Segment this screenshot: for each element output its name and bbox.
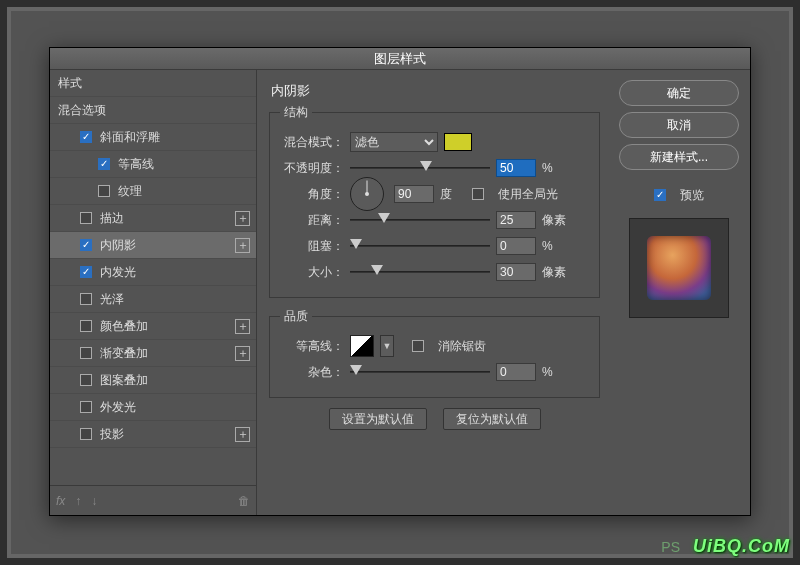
style-checkbox[interactable] (80, 266, 92, 278)
style-row-3[interactable]: 描边＋ (50, 205, 256, 232)
contour-thumb[interactable] (350, 335, 374, 357)
style-row-4[interactable]: 内阴影＋ (50, 232, 256, 259)
watermark-ps: PS (661, 539, 680, 555)
noise-unit: % (542, 365, 568, 379)
blending-options-row[interactable]: 混合选项 (50, 97, 256, 124)
style-checkbox[interactable] (80, 428, 92, 440)
style-label: 光泽 (100, 291, 124, 308)
style-row-8[interactable]: 渐变叠加＋ (50, 340, 256, 367)
arrow-up-icon[interactable]: ↑ (75, 494, 81, 508)
choke-label: 阻塞： (280, 238, 344, 255)
choke-unit: % (542, 239, 568, 253)
angle-dial[interactable] (350, 177, 384, 211)
anti-alias-label: 消除锯齿 (438, 338, 486, 355)
style-checkbox[interactable] (80, 131, 92, 143)
opacity-slider[interactable] (350, 162, 490, 174)
preview-checkbox[interactable] (654, 189, 666, 201)
watermark-site: UiBQ.CoM (693, 536, 790, 557)
style-row-9[interactable]: 图案叠加 (50, 367, 256, 394)
cancel-button[interactable]: 取消 (619, 112, 739, 138)
action-panel: 确定 取消 新建样式... 预览 (612, 70, 750, 515)
style-row-5[interactable]: 内发光 (50, 259, 256, 286)
quality-group: 品质 等高线： ▼ 消除锯齿 杂色： % (269, 308, 600, 398)
make-default-button[interactable]: 设置为默认值 (329, 408, 427, 430)
style-label: 图案叠加 (100, 372, 148, 389)
style-row-10[interactable]: 外发光 (50, 394, 256, 421)
contour-dropdown-icon[interactable]: ▼ (380, 335, 394, 357)
new-style-button[interactable]: 新建样式... (619, 144, 739, 170)
ok-button[interactable]: 确定 (619, 80, 739, 106)
structure-group: 结构 混合模式： 滤色 不透明度： % 角度： 度 (269, 104, 600, 298)
blend-mode-select[interactable]: 滤色 (350, 132, 438, 152)
style-checkbox[interactable] (80, 347, 92, 359)
style-label: 等高线 (118, 156, 154, 173)
structure-legend: 结构 (280, 104, 312, 121)
preview-label: 预览 (680, 187, 704, 204)
dialog-titlebar[interactable]: 图层样式 (50, 48, 750, 70)
global-light-checkbox[interactable] (472, 188, 484, 200)
quality-legend: 品质 (280, 308, 312, 325)
style-checkbox[interactable] (80, 320, 92, 332)
color-swatch[interactable] (444, 133, 472, 151)
distance-unit: 像素 (542, 212, 568, 229)
global-light-label: 使用全局光 (498, 186, 558, 203)
noise-slider[interactable] (350, 366, 490, 378)
add-effect-icon[interactable]: ＋ (235, 211, 250, 226)
anti-alias-checkbox[interactable] (412, 340, 424, 352)
add-effect-icon[interactable]: ＋ (235, 238, 250, 253)
opacity-unit: % (542, 161, 568, 175)
distance-input[interactable] (496, 211, 536, 229)
blend-mode-label: 混合模式： (280, 134, 344, 151)
add-effect-icon[interactable]: ＋ (235, 427, 250, 442)
choke-input[interactable] (496, 237, 536, 255)
settings-panel: 内阴影 结构 混合模式： 滤色 不透明度： % 角度： (257, 70, 612, 515)
arrow-down-icon[interactable]: ↓ (91, 494, 97, 508)
style-label: 渐变叠加 (100, 345, 148, 362)
noise-label: 杂色： (280, 364, 344, 381)
contour-label: 等高线： (280, 338, 344, 355)
trash-icon[interactable]: 🗑 (238, 494, 250, 508)
reset-default-button[interactable]: 复位为默认值 (443, 408, 541, 430)
style-checkbox[interactable] (80, 239, 92, 251)
choke-slider[interactable] (350, 240, 490, 252)
style-row-11[interactable]: 投影＋ (50, 421, 256, 448)
size-input[interactable] (496, 263, 536, 281)
styles-footer: fx ↑ ↓ 🗑 (50, 485, 256, 515)
preview-box (629, 218, 729, 318)
style-checkbox[interactable] (98, 185, 110, 197)
style-label: 颜色叠加 (100, 318, 148, 335)
angle-input[interactable] (394, 185, 434, 203)
style-label: 纹理 (118, 183, 142, 200)
dialog-title: 图层样式 (374, 50, 426, 68)
style-label: 投影 (100, 426, 124, 443)
style-label: 内发光 (100, 264, 136, 281)
style-row-0[interactable]: 斜面和浮雕 (50, 124, 256, 151)
style-checkbox[interactable] (80, 374, 92, 386)
styles-header[interactable]: 样式 (50, 70, 256, 97)
opacity-label: 不透明度： (280, 160, 344, 177)
layer-style-dialog: 图层样式 样式 混合选项 斜面和浮雕等高线纹理描边＋内阴影＋内发光光泽颜色叠加＋… (49, 47, 751, 516)
section-title: 内阴影 (271, 82, 600, 100)
noise-input[interactable] (496, 363, 536, 381)
preview-image (647, 236, 711, 300)
angle-label: 角度： (280, 186, 344, 203)
style-row-1[interactable]: 等高线 (50, 151, 256, 178)
style-checkbox[interactable] (80, 212, 92, 224)
style-label: 描边 (100, 210, 124, 227)
add-effect-icon[interactable]: ＋ (235, 319, 250, 334)
size-unit: 像素 (542, 264, 568, 281)
style-row-6[interactable]: 光泽 (50, 286, 256, 313)
style-row-2[interactable]: 纹理 (50, 178, 256, 205)
style-checkbox[interactable] (98, 158, 110, 170)
add-effect-icon[interactable]: ＋ (235, 346, 250, 361)
style-checkbox[interactable] (80, 401, 92, 413)
opacity-input[interactable] (496, 159, 536, 177)
style-label: 外发光 (100, 399, 136, 416)
style-checkbox[interactable] (80, 293, 92, 305)
style-label: 内阴影 (100, 237, 136, 254)
size-slider[interactable] (350, 266, 490, 278)
fx-icon[interactable]: fx (56, 494, 65, 508)
distance-slider[interactable] (350, 214, 490, 226)
style-row-7[interactable]: 颜色叠加＋ (50, 313, 256, 340)
size-label: 大小： (280, 264, 344, 281)
